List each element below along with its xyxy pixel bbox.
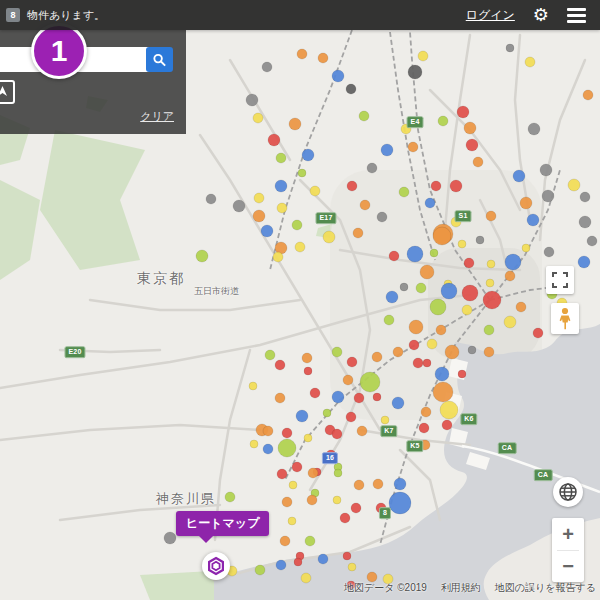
heatmap-dot[interactable] [373, 479, 383, 489]
heatmap-dot[interactable] [357, 426, 367, 436]
heatmap-dot[interactable] [282, 428, 292, 438]
heatmap-dot[interactable] [438, 116, 448, 126]
heatmap-dot[interactable] [425, 198, 435, 208]
locate-map-button[interactable] [0, 80, 15, 104]
heatmap-dot[interactable] [289, 481, 297, 489]
heatmap-dot[interactable] [389, 492, 411, 514]
clear-link[interactable]: クリア [140, 109, 174, 124]
heatmap-dot[interactable] [381, 144, 393, 156]
heatmap-dot[interactable] [421, 407, 431, 417]
heatmap-dot[interactable] [431, 181, 441, 191]
heatmap-dot[interactable] [298, 169, 306, 177]
heatmap-dot[interactable] [360, 200, 370, 210]
heatmap-dot[interactable] [288, 517, 296, 525]
heatmap-dot[interactable] [484, 325, 494, 335]
heatmap-dot[interactable] [275, 180, 287, 192]
heatmap-dot[interactable] [505, 254, 521, 270]
heatmap-dot[interactable] [233, 200, 245, 212]
heatmap-dot[interactable] [263, 426, 273, 436]
heatmap-dot[interactable] [310, 186, 320, 196]
heatmap-dot[interactable] [409, 320, 423, 334]
heatmap-dot[interactable] [416, 283, 426, 293]
heatmap-dot[interactable] [473, 157, 483, 167]
heatmap-dot[interactable] [318, 53, 328, 63]
heatmap-dot[interactable] [253, 113, 263, 123]
gear-icon[interactable]: ⚙ [533, 6, 549, 24]
heatmap-dot[interactable] [409, 340, 419, 350]
heatmap-dot[interactable] [377, 212, 387, 222]
heatmap-dot[interactable] [263, 444, 273, 454]
heatmap-dot[interactable] [451, 217, 461, 227]
heatmap-dot[interactable] [354, 480, 364, 490]
heatmap-dot[interactable] [433, 227, 451, 245]
heatmap-dot[interactable] [255, 565, 265, 575]
heatmap-dot[interactable] [225, 492, 235, 502]
heatmap-dot[interactable] [440, 401, 458, 419]
streetview-pegman-button[interactable] [551, 303, 579, 334]
heatmap-dot[interactable] [468, 346, 476, 354]
heatmap-dot[interactable] [292, 220, 302, 230]
heatmap-dot[interactable] [436, 325, 446, 335]
heatmap-dot[interactable] [540, 164, 552, 176]
heatmap-dot[interactable] [347, 181, 357, 191]
heatmap-dot[interactable] [294, 558, 302, 566]
heatmap-dot[interactable] [408, 142, 418, 152]
heatmap-dot[interactable] [280, 536, 290, 546]
heatmap-dot[interactable] [578, 256, 590, 268]
heatmap-dot[interactable] [360, 372, 380, 392]
heatmap-dot[interactable] [273, 252, 283, 262]
heatmap-dot[interactable] [373, 393, 381, 401]
heatmap-dot[interactable] [262, 62, 272, 72]
heatmap-dot[interactable] [277, 469, 287, 479]
heatmap-dot[interactable] [513, 170, 525, 182]
heatmap-dot[interactable] [486, 211, 496, 221]
heatmap-dot[interactable] [343, 552, 351, 560]
heatmap-dot[interactable] [580, 192, 590, 202]
heatmap-dot[interactable] [400, 283, 408, 291]
heatmap-dot[interactable] [302, 353, 312, 363]
heatmap-dot[interactable] [250, 440, 258, 448]
heatmap-dot[interactable] [367, 163, 377, 173]
heatmap-dot[interactable] [384, 315, 394, 325]
heatmap-dot[interactable] [476, 236, 484, 244]
heatmap-dot[interactable] [522, 244, 530, 252]
heatmap-dot[interactable] [430, 299, 446, 315]
heatmap-dot[interactable] [347, 357, 357, 367]
heatmap-dot[interactable] [381, 416, 389, 424]
heatmap-dot[interactable] [332, 70, 344, 82]
heatmap-dot[interactable] [246, 94, 258, 106]
heatmap-dot[interactable] [282, 497, 292, 507]
heatmap-dot[interactable] [253, 210, 265, 222]
heatmap-dot[interactable] [505, 271, 515, 281]
heatmap-dot[interactable] [353, 228, 363, 238]
search-button[interactable] [146, 47, 173, 72]
heatmap-dot[interactable] [401, 124, 411, 134]
heatmap-dot[interactable] [450, 180, 462, 192]
heatmap-dot[interactable] [441, 283, 457, 299]
heatmap-dot[interactable] [164, 532, 176, 544]
heatmap-dot[interactable] [393, 347, 403, 357]
heatmap-dot[interactable] [268, 134, 280, 146]
heatmap-dot[interactable] [295, 242, 305, 252]
fullscreen-button[interactable] [546, 266, 574, 294]
heatmap-dot[interactable] [386, 291, 398, 303]
heatmap-dot[interactable] [442, 420, 452, 430]
heatmap-dot[interactable] [261, 225, 273, 237]
heatmap-dot[interactable] [527, 214, 539, 226]
heatmap-dot[interactable] [278, 439, 296, 457]
heatmap-dot[interactable] [296, 410, 308, 422]
heatmap-dot[interactable] [376, 503, 386, 513]
heatmap-dot[interactable] [389, 251, 399, 261]
heatmap-dot[interactable] [516, 302, 526, 312]
zoom-out-button[interactable]: − [552, 551, 584, 583]
heatmap-dot[interactable] [332, 429, 342, 439]
heatmap-dot[interactable] [504, 316, 516, 328]
heatmap-dot[interactable] [407, 246, 423, 262]
heatmap-dot[interactable] [457, 106, 469, 118]
heatmap-dot[interactable] [408, 65, 422, 79]
heatmap-dot[interactable] [346, 84, 356, 94]
heatmap-dot[interactable] [323, 409, 331, 417]
heatmap-dot[interactable] [332, 391, 344, 403]
heatmap-dot[interactable] [462, 305, 472, 315]
heatmap-dot[interactable] [334, 469, 342, 477]
